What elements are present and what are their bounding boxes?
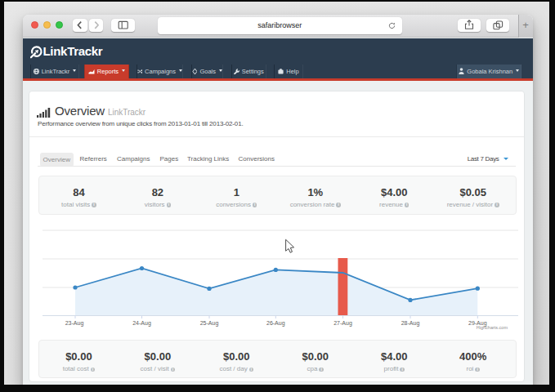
- svg-text:24-Aug: 24-Aug: [132, 320, 151, 327]
- svg-text:28-Aug: 28-Aug: [401, 320, 420, 327]
- svg-text:26-Aug: 26-Aug: [266, 320, 285, 327]
- svg-text:25-Aug: 25-Aug: [200, 320, 219, 327]
- svg-text:27-Aug: 27-Aug: [333, 320, 352, 327]
- svg-text:23-Aug: 23-Aug: [65, 320, 84, 327]
